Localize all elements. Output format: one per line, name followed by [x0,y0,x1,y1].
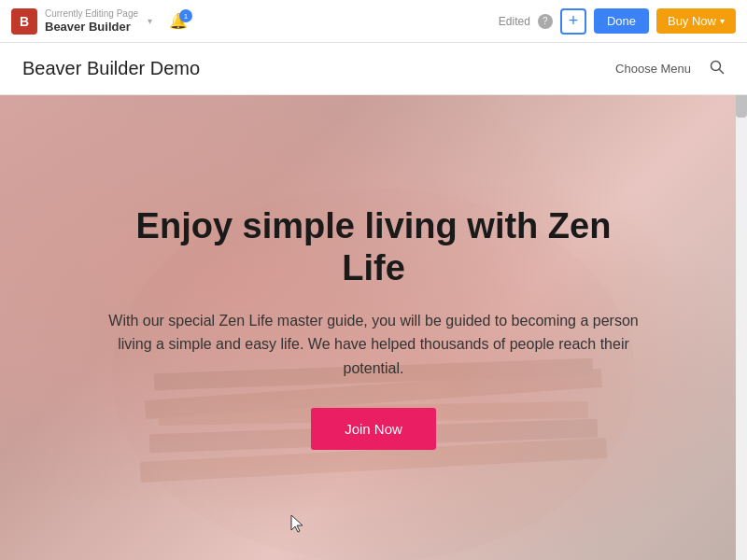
site-header: Beaver Builder Demo Choose Menu [0,43,747,95]
admin-subtitle: Currently Editing Page [45,8,138,20]
buy-now-button[interactable]: Buy Now ▾ [656,8,736,34]
admin-title: Beaver Builder [45,20,138,35]
done-button[interactable]: Done [594,8,649,34]
site-title: Beaver Builder Demo [22,58,200,79]
admin-logo: B [11,8,37,35]
buy-now-arrow-icon: ▾ [720,16,725,26]
buy-now-label: Buy Now [668,14,716,28]
admin-bar: B Currently Editing Page Beaver Builder … [0,0,747,43]
search-icon[interactable] [710,60,725,78]
scrollbar[interactable] [736,43,747,560]
admin-bell-badge: 1 [179,9,192,22]
admin-help-button[interactable]: ? [538,14,553,29]
admin-dropdown-icon[interactable]: ▾ [148,16,152,26]
svg-line-1 [720,69,724,73]
site-nav: Choose Menu [615,60,725,78]
join-now-button[interactable]: Join Now [311,408,436,450]
admin-bell-button[interactable]: 🔔 1 [169,12,188,30]
hero-section: Enjoy simple living with Zen Life With o… [0,95,747,560]
hero-description: With our special Zen Life master guide, … [103,309,644,381]
admin-title-group: Currently Editing Page Beaver Builder [45,8,138,35]
hero-content: Enjoy simple living with Zen Life With o… [84,205,663,451]
admin-edited-label: Edited [499,15,530,28]
hero-title: Enjoy simple living with Zen Life [103,205,644,290]
admin-add-button[interactable]: + [560,8,586,35]
choose-menu-button[interactable]: Choose Menu [615,62,691,76]
